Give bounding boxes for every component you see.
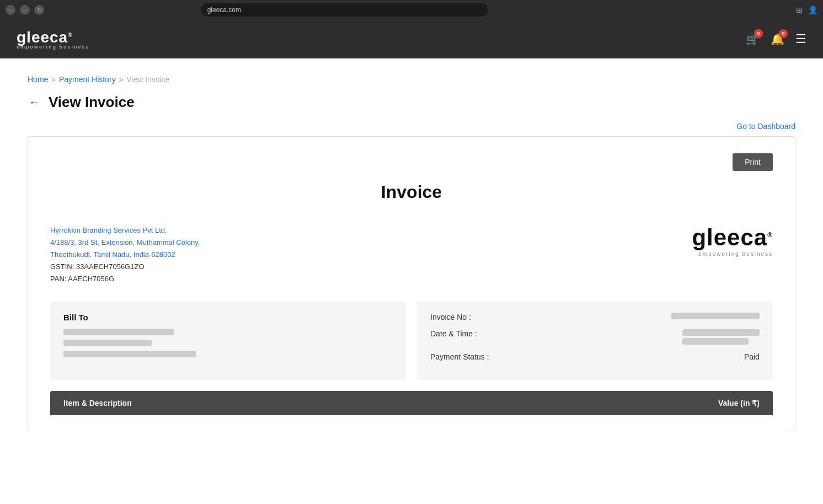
- menu-button[interactable]: ☰: [795, 32, 806, 46]
- print-button[interactable]: Print: [733, 153, 773, 171]
- invoice-title: Invoice: [50, 182, 773, 202]
- payment-status-row: Payment Status : Paid: [430, 352, 760, 361]
- breadcrumb-sep-2: >: [119, 76, 124, 84]
- company-section: Hyrrokkin Branding Services Pvt Ltd, 4/1…: [50, 224, 773, 285]
- breadcrumb-current: View Invoice: [126, 75, 169, 84]
- notification-button[interactable]: 🔔 0: [771, 33, 784, 46]
- invoice-info-box: Invoice No : Date & Time : Payment Statu…: [417, 302, 773, 380]
- url-bar[interactable]: gleeca.com: [201, 3, 488, 17]
- invoice-no-value: [671, 313, 760, 321]
- invoice-no-label: Invoice No :: [430, 313, 471, 321]
- page-content: Home > Payment History > View Invoice ← …: [0, 58, 823, 504]
- company-address-line1: 4/188/3, 3rd St, Extension, Muthammal Co…: [50, 237, 200, 249]
- dashboard-link-row: Go to Dashboard: [28, 122, 795, 131]
- page-title-row: ← View Invoice: [28, 94, 795, 111]
- breadcrumb: Home > Payment History > View Invoice: [28, 75, 795, 84]
- table-col-description: Item & Description: [63, 399, 132, 408]
- navbar-logo-subtitle: empowering business: [17, 44, 90, 50]
- bill-to-box: Bill To: [50, 302, 406, 380]
- invoice-logo-sub: empowering business: [692, 251, 773, 257]
- billing-section: Bill To Invoice No : Date & Time :: [50, 302, 773, 380]
- invoice-container: Print Invoice Hyrrokkin Branding Service…: [28, 136, 795, 432]
- print-btn-row: Print: [50, 153, 773, 171]
- cart-button[interactable]: 🛒 0: [746, 33, 760, 46]
- back-nav-button[interactable]: ←: [6, 5, 15, 15]
- extensions-icon: ⊞: [796, 6, 803, 14]
- dashboard-link[interactable]: Go to Dashboard: [736, 122, 795, 131]
- breadcrumb-payment-history-link[interactable]: Payment History: [59, 75, 116, 84]
- breadcrumb-sep-1: >: [51, 76, 56, 84]
- company-name: Hyrrokkin Branding Services Pvt Ltd,: [50, 224, 200, 237]
- date-value2-blurred: [682, 338, 749, 345]
- date-label: Date & Time :: [430, 329, 477, 338]
- bill-to-address2-blurred: [63, 351, 196, 357]
- navbar-logo: gleeca® empowering business: [17, 29, 90, 50]
- invoice-no-row: Invoice No :: [430, 313, 760, 321]
- bill-to-title: Bill To: [63, 313, 393, 322]
- company-address: Hyrrokkin Branding Services Pvt Ltd, 4/1…: [50, 224, 200, 285]
- navbar-right: 🛒 0 🔔 0 ☰: [746, 32, 806, 46]
- invoice-logo: gleeca® empowering business: [692, 224, 773, 257]
- navbar: gleeca® empowering business 🛒 0 🔔 0 ☰: [0, 20, 823, 58]
- company-pan: PAN: AAECH7056G: [50, 273, 200, 285]
- back-button[interactable]: ←: [28, 95, 41, 110]
- bill-to-name-blurred: [63, 329, 174, 335]
- forward-nav-button[interactable]: →: [20, 5, 30, 15]
- payment-status-label: Payment Status :: [430, 352, 489, 361]
- refresh-nav-button[interactable]: ↻: [34, 5, 44, 15]
- bill-to-address1-blurred: [63, 340, 152, 346]
- invoice-table-header: Item & Description Value (in ₹): [50, 391, 773, 415]
- page-title: View Invoice: [49, 94, 135, 111]
- company-address-line2: Thoothukudi, Tamil Nadu, India-628002: [50, 249, 200, 261]
- invoice-logo-text: gleeca®: [692, 224, 773, 251]
- date-row: Date & Time :: [430, 329, 760, 345]
- payment-status-value: Paid: [744, 352, 760, 361]
- invoice-no-blurred: [671, 313, 760, 319]
- table-col-value: Value (in ₹): [718, 399, 760, 408]
- browser-chrome: ← → ↻ gleeca.com ⊞ 👤: [0, 0, 823, 20]
- date-value-col: [682, 329, 760, 345]
- notification-badge: 0: [779, 29, 788, 38]
- date-value1-blurred: [682, 329, 760, 336]
- cart-badge: 0: [754, 29, 763, 38]
- browser-action-icons: ⊞ 👤: [796, 6, 817, 14]
- profile-icon: 👤: [808, 6, 817, 14]
- breadcrumb-home-link[interactable]: Home: [28, 75, 48, 84]
- company-gstin: GSTIN: 33AAECH7056G1ZO: [50, 261, 200, 273]
